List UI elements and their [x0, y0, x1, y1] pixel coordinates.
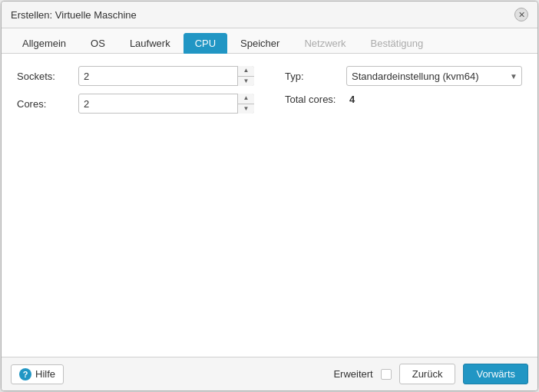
- dialog-title: Erstellen: Virtuelle Maschine: [11, 9, 137, 21]
- footer: ? Hilfe Erweitert Zurück Vorwärts: [2, 357, 537, 390]
- right-column: Typ: Standardeinstellung (kvm64) ▼ Total…: [270, 66, 522, 121]
- tab-os[interactable]: OS: [79, 33, 117, 54]
- sockets-up-arrow[interactable]: ▲: [238, 66, 254, 77]
- sockets-label: Sockets:: [17, 71, 78, 82]
- tab-bestatigung: Bestätigung: [359, 33, 435, 54]
- total-cores-label: Total cores:: [285, 94, 346, 105]
- sockets-arrows: ▲ ▼: [237, 66, 254, 86]
- sockets-input-wrapper: ▲ ▼: [78, 66, 254, 86]
- typ-row: Typ: Standardeinstellung (kvm64) ▼: [285, 66, 522, 86]
- back-button[interactable]: Zurück: [399, 364, 456, 384]
- typ-select-wrapper: Standardeinstellung (kvm64) ▼: [346, 66, 522, 86]
- sockets-input[interactable]: [78, 66, 254, 86]
- total-cores-value: 4: [349, 94, 355, 105]
- left-column: Sockets: ▲ ▼ Cores: ▲: [17, 66, 270, 121]
- form-grid: Sockets: ▲ ▼ Cores: ▲: [17, 66, 522, 121]
- tab-netzwerk: Netzwerk: [293, 33, 357, 54]
- typ-label: Typ:: [285, 71, 346, 82]
- typ-select[interactable]: Standardeinstellung (kvm64): [346, 66, 522, 86]
- dialog: Erstellen: Virtuelle Maschine ✕ Allgemei…: [1, 1, 538, 391]
- close-button[interactable]: ✕: [514, 8, 528, 21]
- cores-input-wrapper: ▲ ▼: [78, 94, 254, 114]
- tab-speicher[interactable]: Speicher: [229, 33, 291, 54]
- erweitert-label: Erweitert: [333, 368, 372, 380]
- content-area: Sockets: ▲ ▼ Cores: ▲: [2, 54, 537, 357]
- help-label: Hilfe: [35, 368, 55, 380]
- erweitert-checkbox[interactable]: [381, 369, 392, 380]
- footer-right: Erweitert Zurück Vorwärts: [333, 364, 528, 384]
- titlebar: Erstellen: Virtuelle Maschine ✕: [2, 2, 537, 28]
- cores-up-arrow[interactable]: ▲: [238, 94, 254, 104]
- help-icon: ?: [19, 368, 31, 380]
- tab-cpu[interactable]: CPU: [184, 33, 227, 54]
- sockets-down-arrow[interactable]: ▼: [238, 77, 254, 87]
- help-button[interactable]: ? Hilfe: [11, 364, 64, 384]
- cores-row: Cores: ▲ ▼: [17, 94, 254, 114]
- tab-bar: Allgemein OS Laufwerk CPU Speicher Netzw…: [2, 28, 537, 54]
- tab-laufwerk[interactable]: Laufwerk: [118, 33, 182, 54]
- forward-button[interactable]: Vorwärts: [463, 364, 528, 384]
- cores-arrows: ▲ ▼: [237, 94, 254, 114]
- tab-allgemein[interactable]: Allgemein: [11, 33, 78, 54]
- total-cores-row: Total cores: 4: [285, 94, 522, 105]
- cores-input[interactable]: [78, 94, 254, 114]
- sockets-row: Sockets: ▲ ▼: [17, 66, 254, 86]
- cores-label: Cores:: [17, 98, 78, 110]
- cores-down-arrow[interactable]: ▼: [238, 104, 254, 114]
